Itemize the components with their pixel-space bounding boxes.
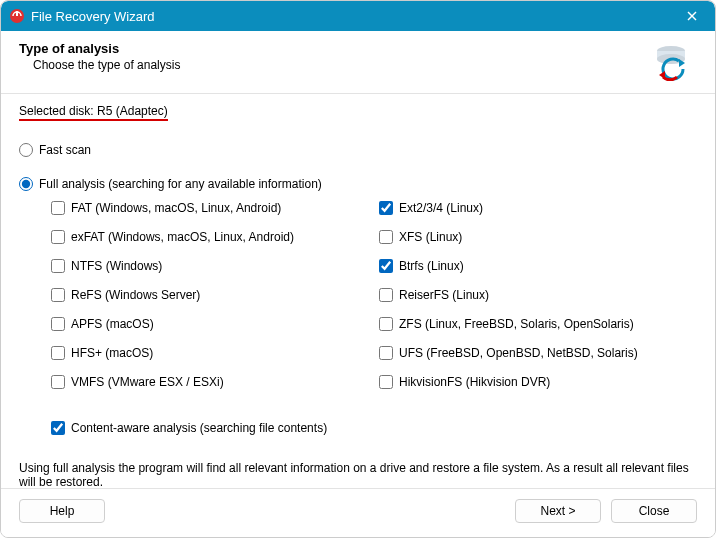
fs-checkbox-ext[interactable] xyxy=(379,201,393,215)
close-button[interactable]: Close xyxy=(611,499,697,523)
fs-label-reiser: ReiserFS (Linux) xyxy=(399,288,489,302)
fs-option-zfs[interactable]: ZFS (Linux, FreeBSD, Solaris, OpenSolari… xyxy=(379,317,697,331)
fs-checkbox-reiser[interactable] xyxy=(379,288,393,302)
fast-scan-option[interactable]: Fast scan xyxy=(19,143,697,157)
fs-label-hfs: HFS+ (macOS) xyxy=(71,346,153,360)
svg-rect-1 xyxy=(16,11,18,16)
full-analysis-radio[interactable] xyxy=(19,177,33,191)
fs-option-xfs[interactable]: XFS (Linux) xyxy=(379,230,697,244)
fs-option-exfat[interactable]: exFAT (Windows, macOS, Linux, Android) xyxy=(51,230,369,244)
fs-checkbox-btrfs[interactable] xyxy=(379,259,393,273)
window-title: File Recovery Wizard xyxy=(31,9,677,24)
fs-checkbox-refs[interactable] xyxy=(51,288,65,302)
fs-checkbox-exfat[interactable] xyxy=(51,230,65,244)
fs-option-btrfs[interactable]: Btrfs (Linux) xyxy=(379,259,697,273)
fs-label-vmfs: VMFS (VMware ESX / ESXi) xyxy=(71,375,224,389)
content-aware-option[interactable]: Content-aware analysis (searching file c… xyxy=(51,421,697,435)
close-icon[interactable] xyxy=(677,1,707,31)
fs-checkbox-apfs[interactable] xyxy=(51,317,65,331)
next-button[interactable]: Next > xyxy=(515,499,601,523)
full-analysis-option[interactable]: Full analysis (searching for any availab… xyxy=(19,177,697,191)
analysis-description: Using full analysis the program will fin… xyxy=(19,461,697,489)
wizard-icon xyxy=(651,41,691,81)
fs-checkbox-fat[interactable] xyxy=(51,201,65,215)
content-area: Selected disk: R5 (Adaptec) Fast scan Fu… xyxy=(1,94,715,435)
filesystem-grid: FAT (Windows, macOS, Linux, Android)Ext2… xyxy=(51,201,697,395)
fs-option-ntfs[interactable]: NTFS (Windows) xyxy=(51,259,369,273)
selected-disk-label: Selected disk: R5 (Adaptec) xyxy=(19,104,168,121)
fs-label-ext: Ext2/3/4 (Linux) xyxy=(399,201,483,215)
fs-option-vmfs[interactable]: VMFS (VMware ESX / ESXi) xyxy=(51,375,369,389)
fs-label-xfs: XFS (Linux) xyxy=(399,230,462,244)
fs-option-fat[interactable]: FAT (Windows, macOS, Linux, Android) xyxy=(51,201,369,215)
app-icon xyxy=(9,8,25,24)
fs-checkbox-vmfs[interactable] xyxy=(51,375,65,389)
fs-option-hikfs[interactable]: HikvisionFS (Hikvision DVR) xyxy=(379,375,697,389)
fs-option-apfs[interactable]: APFS (macOS) xyxy=(51,317,369,331)
fs-label-ntfs: NTFS (Windows) xyxy=(71,259,162,273)
help-button[interactable]: Help xyxy=(19,499,105,523)
content-aware-checkbox[interactable] xyxy=(51,421,65,435)
fs-checkbox-hikfs[interactable] xyxy=(379,375,393,389)
wizard-header: Type of analysis Choose the type of anal… xyxy=(1,31,715,87)
fast-scan-radio[interactable] xyxy=(19,143,33,157)
fs-checkbox-hfs[interactable] xyxy=(51,346,65,360)
fs-label-refs: ReFS (Windows Server) xyxy=(71,288,200,302)
fs-checkbox-zfs[interactable] xyxy=(379,317,393,331)
fs-label-fat: FAT (Windows, macOS, Linux, Android) xyxy=(71,201,281,215)
fs-label-hikfs: HikvisionFS (Hikvision DVR) xyxy=(399,375,550,389)
fs-label-btrfs: Btrfs (Linux) xyxy=(399,259,464,273)
page-subtitle: Choose the type of analysis xyxy=(33,58,651,72)
fast-scan-label: Fast scan xyxy=(39,143,91,157)
full-analysis-label: Full analysis (searching for any availab… xyxy=(39,177,322,191)
fs-option-refs[interactable]: ReFS (Windows Server) xyxy=(51,288,369,302)
fs-option-ext[interactable]: Ext2/3/4 (Linux) xyxy=(379,201,697,215)
fs-option-reiser[interactable]: ReiserFS (Linux) xyxy=(379,288,697,302)
fs-label-ufs: UFS (FreeBSD, OpenBSD, NetBSD, Solaris) xyxy=(399,346,638,360)
fs-checkbox-ntfs[interactable] xyxy=(51,259,65,273)
fs-option-ufs[interactable]: UFS (FreeBSD, OpenBSD, NetBSD, Solaris) xyxy=(379,346,697,360)
page-title: Type of analysis xyxy=(19,41,651,56)
fs-option-hfs[interactable]: HFS+ (macOS) xyxy=(51,346,369,360)
titlebar: File Recovery Wizard xyxy=(1,1,715,31)
wizard-footer: Help Next > Close xyxy=(1,488,715,537)
fs-checkbox-ufs[interactable] xyxy=(379,346,393,360)
fs-label-zfs: ZFS (Linux, FreeBSD, Solaris, OpenSolari… xyxy=(399,317,634,331)
fs-label-apfs: APFS (macOS) xyxy=(71,317,154,331)
fs-checkbox-xfs[interactable] xyxy=(379,230,393,244)
content-aware-label: Content-aware analysis (searching file c… xyxy=(71,421,327,435)
fs-label-exfat: exFAT (Windows, macOS, Linux, Android) xyxy=(71,230,294,244)
